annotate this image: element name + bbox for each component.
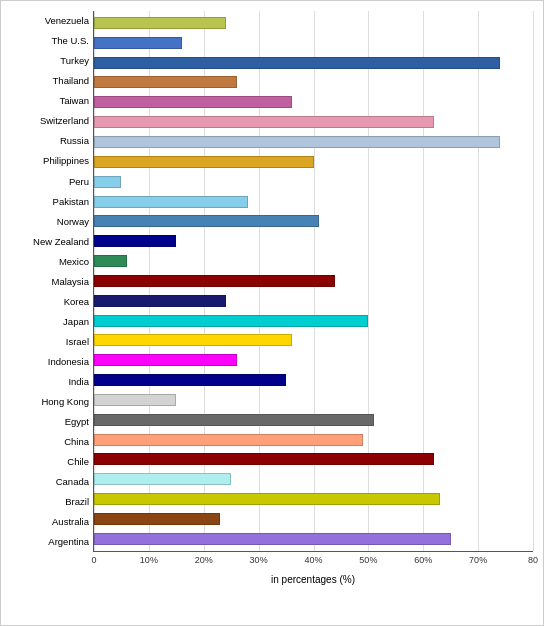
bar-row [94, 512, 533, 526]
x-tick-label: 70% [469, 555, 487, 565]
y-label: Venezuela [45, 16, 89, 26]
bar-row [94, 75, 533, 89]
chart-container: VenezuelaThe U.S.TurkeyThailandTaiwanSwi… [0, 0, 544, 626]
y-label: Australia [52, 517, 89, 527]
bar-row [94, 155, 533, 169]
bar [94, 513, 220, 525]
bar-row [94, 314, 533, 328]
y-label: Japan [63, 317, 89, 327]
y-label: Norway [57, 217, 89, 227]
bar [94, 453, 434, 465]
y-label: Brazil [65, 497, 89, 507]
y-label: Peru [69, 177, 89, 187]
x-tick-label: 0 [91, 555, 96, 565]
bar-row [94, 234, 533, 248]
bar [94, 334, 292, 346]
bar-row [94, 135, 533, 149]
x-tick-label: 50% [359, 555, 377, 565]
y-label: New Zealand [33, 237, 89, 247]
bar [94, 176, 121, 188]
x-tick-label: 40% [304, 555, 322, 565]
bar [94, 196, 248, 208]
y-label: Hong Kong [41, 397, 89, 407]
bar-row [94, 413, 533, 427]
x-tick-label: 60% [414, 555, 432, 565]
bar [94, 136, 500, 148]
bar-row [94, 333, 533, 347]
x-tick-label: 20% [195, 555, 213, 565]
bar-row [94, 274, 533, 288]
x-tick-label: 80 [528, 555, 538, 565]
bar [94, 354, 237, 366]
y-label: China [64, 437, 89, 447]
y-label: Malaysia [52, 277, 90, 287]
bar-row [94, 492, 533, 506]
bar [94, 116, 434, 128]
bar-row [94, 452, 533, 466]
y-label: Russia [60, 136, 89, 146]
y-label: Chile [67, 457, 89, 467]
y-label: India [68, 377, 89, 387]
bar-row [94, 214, 533, 228]
bar-row [94, 532, 533, 546]
bar-row [94, 175, 533, 189]
bar [94, 275, 335, 287]
y-label: Pakistan [53, 197, 89, 207]
bar [94, 374, 286, 386]
y-label: Taiwan [59, 96, 89, 106]
bar [94, 315, 368, 327]
bar [94, 215, 319, 227]
bar-row [94, 36, 533, 50]
bar-row [94, 433, 533, 447]
bar-row [94, 373, 533, 387]
bar [94, 17, 226, 29]
y-label: Israel [66, 337, 89, 347]
bar-row [94, 95, 533, 109]
bar-row [94, 254, 533, 268]
y-label: Canada [56, 477, 89, 487]
y-label: Switzerland [40, 116, 89, 126]
x-tick-label: 30% [250, 555, 268, 565]
bar-row [94, 16, 533, 30]
y-label: Thailand [53, 76, 89, 86]
y-label: Mexico [59, 257, 89, 267]
y-label: Turkey [60, 56, 89, 66]
y-label: Egypt [65, 417, 89, 427]
bar [94, 235, 176, 247]
y-label: Argentina [48, 537, 89, 547]
bar [94, 394, 176, 406]
bar [94, 96, 292, 108]
y-label: Korea [64, 297, 89, 307]
bar [94, 493, 440, 505]
x-tick-label: 10% [140, 555, 158, 565]
y-label: The U.S. [52, 36, 90, 46]
bar [94, 414, 374, 426]
bar [94, 57, 500, 69]
bar [94, 295, 226, 307]
bar-row [94, 294, 533, 308]
bar [94, 473, 231, 485]
bar [94, 533, 451, 545]
bar [94, 76, 237, 88]
bar-row [94, 115, 533, 129]
grid-line [533, 11, 534, 551]
y-label: Indonesia [48, 357, 89, 367]
bar-row [94, 393, 533, 407]
bar-row [94, 56, 533, 70]
y-axis-labels: VenezuelaThe U.S.TurkeyThailandTaiwanSwi… [11, 11, 93, 552]
bar [94, 156, 314, 168]
bar [94, 255, 127, 267]
bar-row [94, 353, 533, 367]
bar [94, 434, 363, 446]
bar-row [94, 195, 533, 209]
x-axis-title: in percentages (%) [11, 574, 533, 585]
bar [94, 37, 182, 49]
y-label: Philippines [43, 156, 89, 166]
bar-row [94, 472, 533, 486]
